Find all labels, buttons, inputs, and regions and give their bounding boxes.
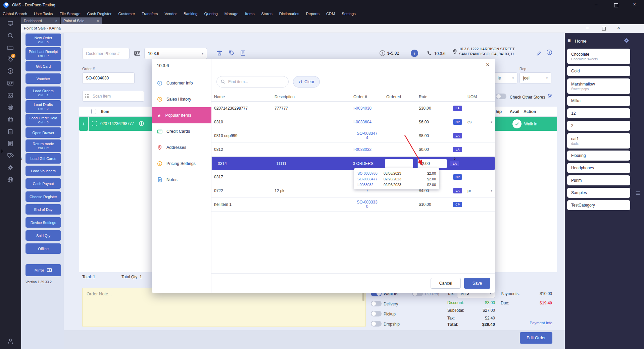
load-drafts-button[interactable]: Load DraftsCtrl + 2 bbox=[26, 100, 61, 113]
tag-icon[interactable] bbox=[229, 50, 235, 56]
check-other-stores-toggle[interactable] bbox=[496, 94, 506, 99]
choose-register-button[interactable]: Choose Register bbox=[26, 191, 61, 202]
user-icon[interactable] bbox=[7, 338, 14, 345]
sale-type-select[interactable]: le▾ bbox=[494, 72, 517, 83]
device-settings-button[interactable]: Device Settings bbox=[26, 217, 61, 228]
expand-panel-chevron[interactable]: › bbox=[454, 155, 456, 162]
payment-info-link[interactable]: Payment Info bbox=[522, 321, 552, 325]
rep-select[interactable]: joel▾ bbox=[519, 72, 551, 83]
category-12[interactable]: 12 bbox=[567, 108, 630, 118]
load-credit-hold-button[interactable]: Load Credit HoldCtrl + 3 bbox=[26, 114, 61, 126]
clipboard-icon[interactable] bbox=[7, 128, 14, 135]
modal-close-icon[interactable]: × bbox=[486, 61, 490, 68]
contact-card-icon[interactable] bbox=[7, 80, 14, 86]
category-marshmallow[interactable]: MarshmallowSweet pops bbox=[567, 78, 630, 94]
item-info-icon[interactable] bbox=[139, 121, 144, 126]
search-icon[interactable] bbox=[7, 32, 14, 39]
delete-order-icon[interactable] bbox=[216, 50, 222, 56]
menu-item-banking[interactable]: Banking bbox=[184, 12, 198, 16]
settings-gear-icon[interactable] bbox=[623, 37, 630, 44]
gear-icon[interactable] bbox=[7, 164, 14, 171]
save-button[interactable]: Save bbox=[464, 278, 490, 289]
category-cat1[interactable]: cat1dads bbox=[567, 133, 630, 149]
tooltip-order-link[interactable]: I-0033032 bbox=[357, 183, 384, 187]
print-last-receipt-button[interactable]: Print Last ReceiptCtrl + P bbox=[26, 47, 61, 60]
popular-item-row[interactable]: hel item 1 SO-0033330 $10.00CP bbox=[211, 198, 495, 212]
close-button[interactable]: × bbox=[633, 1, 636, 7]
cash-payout-button[interactable]: Cash Payout bbox=[26, 178, 61, 189]
stores-gear-icon[interactable] bbox=[547, 93, 553, 99]
nav-customer-info[interactable]: Customer Info bbox=[152, 75, 211, 91]
category-chocolate[interactable]: ChocolateChocolate sweets bbox=[567, 49, 630, 64]
return-mode-button[interactable]: Return modeCtrl + R bbox=[26, 139, 61, 152]
nav-notes[interactable]: Notes bbox=[152, 172, 211, 188]
category-gold[interactable]: Gold bbox=[567, 66, 630, 76]
menu-item-transfers[interactable]: Transfers bbox=[142, 12, 158, 16]
category-2[interactable]: 2 bbox=[567, 121, 630, 131]
menu-item-customer[interactable]: Customer bbox=[118, 12, 135, 16]
category-samples[interactable]: Samples bbox=[567, 188, 630, 198]
delivery-toggle[interactable] bbox=[371, 301, 382, 306]
clear-button[interactable]: ↺ Clear bbox=[293, 76, 320, 88]
uom-select[interactable]: pr▾ bbox=[465, 184, 495, 197]
add-item-button[interactable]: + bbox=[79, 117, 88, 131]
menu-item-stores[interactable]: Stores bbox=[261, 12, 272, 16]
tooltip-order-link[interactable]: SO-0033477 bbox=[357, 177, 384, 181]
dollar-icon[interactable]: $ bbox=[7, 68, 14, 74]
end-of-day-button[interactable]: End of Day bbox=[26, 204, 61, 215]
load-orders-button[interactable]: Load OrdersCtrl + 1 bbox=[26, 86, 61, 99]
menu-item-quoting[interactable]: Quoting bbox=[204, 12, 217, 16]
notes-icon[interactable] bbox=[7, 140, 14, 147]
menu-item-settings[interactable]: Settings bbox=[342, 12, 356, 16]
tab-dashboard-close-icon[interactable]: × bbox=[55, 19, 57, 23]
order-link[interactable]: I-0034030 bbox=[353, 106, 371, 111]
gift-card-button[interactable]: Gift Card bbox=[26, 61, 61, 71]
order-note-input[interactable] bbox=[82, 288, 366, 327]
nav-sales-history[interactable]: Sales History bbox=[152, 91, 211, 107]
customer-phone-input[interactable] bbox=[82, 48, 130, 59]
tab-point-of-sale[interactable]: Point of Sale × bbox=[61, 17, 102, 24]
popular-item-row[interactable]: 0312 I-0033032 $0.00LA bbox=[211, 143, 495, 157]
register-journal-icon[interactable] bbox=[240, 50, 246, 56]
edit-pencil-icon[interactable] bbox=[536, 50, 542, 56]
add-payment-button[interactable]: + bbox=[411, 50, 418, 57]
dropship-toggle[interactable] bbox=[371, 321, 382, 327]
window-restore-button[interactable] bbox=[602, 27, 606, 31]
category-headphones[interactable]: Headphones bbox=[567, 163, 630, 173]
order-number-input[interactable] bbox=[82, 72, 135, 84]
nav-addresses[interactable]: Addresses bbox=[152, 139, 211, 156]
category-flooring[interactable]: Flooring bbox=[567, 151, 630, 161]
category-testcategory[interactable]: TestCategory bbox=[567, 200, 630, 210]
menu-item-global-search[interactable]: Global Search bbox=[3, 12, 27, 16]
minimize-button[interactable]: – bbox=[595, 1, 597, 7]
globe-icon[interactable] bbox=[7, 176, 14, 183]
item-row-checkbox[interactable] bbox=[92, 121, 97, 126]
popular-item-row[interactable]: 020714236298777 777777 I-0034030 $30.00L… bbox=[211, 102, 495, 115]
mirror-button[interactable]: Mirror bbox=[26, 264, 61, 276]
popular-item-row[interactable]: 0722 12 pk 7 $4.00LA pr▾ bbox=[211, 184, 495, 198]
load-vouchers-button[interactable]: Load Vouchers bbox=[26, 166, 61, 176]
menu-icon[interactable]: ≡ bbox=[567, 38, 571, 44]
image-icon[interactable] bbox=[7, 92, 14, 99]
popular-item-row-selected[interactable]: 0314 11111 3 ORDERS LA bbox=[211, 157, 495, 170]
menu-item-file-storage[interactable]: File Storage bbox=[60, 12, 81, 16]
collapse-left-panel-chevron[interactable]: ‹ bbox=[20, 155, 22, 162]
menu-item-cash-register[interactable]: Cash Register bbox=[87, 12, 112, 16]
nav-pricing-settings[interactable]: $Pricing Settings bbox=[152, 156, 211, 172]
cancel-button[interactable]: Cancel bbox=[431, 278, 461, 289]
tooltip-order-link[interactable]: SO-0033760 bbox=[357, 171, 384, 175]
scan-item-input[interactable] bbox=[82, 91, 144, 102]
pickup-toggle[interactable] bbox=[371, 311, 382, 316]
restore-button[interactable] bbox=[614, 3, 618, 7]
folder-icon[interactable] bbox=[7, 44, 14, 51]
menu-item-items[interactable]: Items bbox=[245, 12, 254, 16]
category-purim[interactable]: Purim bbox=[567, 175, 630, 185]
sold-qty-button[interactable]: Sold Qty bbox=[26, 230, 61, 241]
menu-item-dictionaries[interactable]: Dictionaries bbox=[279, 12, 299, 16]
popular-item-row[interactable]: 0317 CP bbox=[211, 170, 495, 184]
order-link[interactable]: I-0033032 bbox=[353, 147, 371, 152]
customer-select[interactable]: 10.3.6▾ bbox=[144, 48, 207, 59]
menu-item-vendor[interactable]: Vendor bbox=[164, 12, 177, 16]
popular-item-row[interactable]: 0310 cop999 SO-0033474 $8.00LA bbox=[211, 129, 495, 143]
menu-item-user-tasks[interactable]: User Tasks bbox=[34, 12, 53, 16]
